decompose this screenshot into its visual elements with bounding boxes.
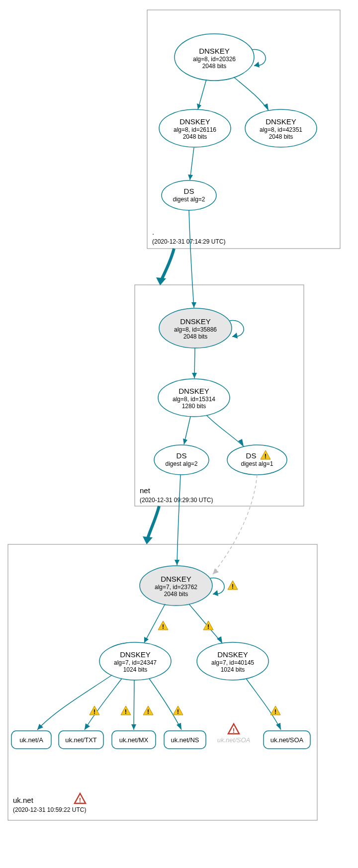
svg-point-4 <box>162 180 216 210</box>
edge-z1-mx <box>134 680 134 730</box>
svg-text:!: ! <box>207 623 209 630</box>
root-zsk2-label: DNSKEY <box>266 117 296 126</box>
uk-ksk-d2: 2048 bits <box>164 591 188 598</box>
uk-zsk1-label: DNSKEY <box>120 650 151 659</box>
uk-ksk-d1: alg=7, id=23762 <box>155 584 197 591</box>
root-zsk2-d1: alg=8, id=42351 <box>260 126 302 133</box>
zone-uknet-name: uk.net <box>13 796 34 804</box>
root-ds-d1: digest alg=2 <box>173 196 205 203</box>
node-net-ksk: DNSKEY alg=8, id=35886 2048 bits <box>159 308 232 348</box>
node-rr-txt: uk.net/TXT <box>59 731 103 749</box>
arrow-netds2-ukksk <box>213 568 219 574</box>
edge-netds1-ukksk <box>177 475 180 565</box>
svg-text:!: ! <box>265 452 267 460</box>
node-uk-zsk2: DNSKEY alg=7, id=40145 1024 bits <box>197 642 268 680</box>
edge-rootds-netksk <box>189 210 194 308</box>
edge-netds2-ukksk <box>213 475 257 574</box>
arrow-z1-mx <box>131 724 136 730</box>
warning-icon-z1-ns: ! <box>173 706 183 715</box>
zone-root-name: . <box>152 228 154 236</box>
rr-soa-label: uk.net/SOA <box>270 736 304 744</box>
net-zsk-d1: alg=8, id=15314 <box>173 396 215 403</box>
warning-icon-z1-mx2: ! <box>143 706 153 715</box>
svg-text:!: ! <box>93 708 95 715</box>
uk-zsk1-d2: 1024 bits <box>123 666 148 673</box>
zone-net-name: net <box>140 486 151 495</box>
zone-arrow-net-uknet <box>147 506 159 542</box>
rr-mx-label: uk.net/MX <box>119 736 149 744</box>
net-ksk-d2: 2048 bits <box>183 333 208 340</box>
error-icon-rr-soa-ghost: ! <box>228 724 239 734</box>
root-zsk2-d2: 2048 bits <box>269 133 293 140</box>
arrow-root-ksk-self <box>254 62 260 68</box>
node-root-zsk2: DNSKEY alg=8, id=42351 2048 bits <box>245 109 317 147</box>
node-rr-mx: uk.net/MX <box>112 731 156 749</box>
net-ds2-d1: digest alg=1 <box>241 460 273 467</box>
svg-text:!: ! <box>274 708 276 715</box>
net-ksk-d1: alg=8, id=35886 <box>174 326 217 333</box>
arrow-z1-ns <box>177 723 181 730</box>
edge-z2-soa <box>246 679 281 730</box>
arrow-z1-ds <box>188 174 193 180</box>
net-ds1-d1: digest alg=2 <box>165 460 197 467</box>
warning-icon-z1-mx: ! <box>121 706 131 715</box>
arrow-z1-txt <box>85 723 90 730</box>
net-zsk-d2: 1280 bits <box>182 403 206 410</box>
net-ds1-label: DS <box>177 451 187 460</box>
arrow-z2-soa <box>276 723 281 730</box>
zone-root-ts: (2020-12-31 07:14:29 UTC) <box>152 238 225 245</box>
svg-text:!: ! <box>232 583 234 590</box>
zone-arrowhead-net-uknet <box>143 536 153 544</box>
svg-text:!: ! <box>162 623 164 630</box>
node-net-ds1: DS digest alg=2 <box>154 445 209 475</box>
root-zsk1-d1: alg=8, id=26116 <box>174 126 216 133</box>
root-ksk-d1: alg=8, id=20326 <box>193 56 236 63</box>
zone-net-ts: (2020-12-31 09:29:30 UTC) <box>140 497 213 504</box>
node-uk-zsk1: DNSKEY alg=7, id=24347 1024 bits <box>99 642 171 680</box>
net-zsk-label: DNSKEY <box>179 387 209 395</box>
zone-arrowhead-root-net <box>156 277 166 285</box>
arrow-netds1-ukksk <box>175 560 179 565</box>
edge-z1-a <box>37 675 112 730</box>
node-rr-soa: uk.net/SOA <box>264 731 310 749</box>
uk-zsk2-d1: alg=7, id=40145 <box>211 659 254 666</box>
warning-icon-ukksk-z1: ! <box>158 621 168 630</box>
edge-z1-txt <box>85 679 122 730</box>
root-ksk-d2: 2048 bits <box>202 63 227 70</box>
warning-icon-z2-soa: ! <box>270 706 280 715</box>
error-icon-zone-uknet: ! <box>75 793 86 804</box>
svg-text:!: ! <box>147 708 149 715</box>
edge-rk-z2 <box>234 77 268 110</box>
edge-z1-ns <box>149 679 181 730</box>
arrow-netksk-netzsk <box>192 373 197 378</box>
svg-text:!: ! <box>125 708 127 715</box>
rr-txt-label: uk.net/TXT <box>65 736 97 744</box>
net-ds2-label: DS <box>246 451 257 460</box>
arrow-netzsk-ds1 <box>183 438 187 444</box>
rr-ns-label: uk.net/NS <box>171 736 199 744</box>
svg-text:!: ! <box>233 727 235 734</box>
uk-ksk-label: DNSKEY <box>161 575 191 583</box>
uk-zsk2-d2: 1024 bits <box>221 666 245 673</box>
edge-ukksk-z2 <box>189 604 222 643</box>
root-zsk1-label: DNSKEY <box>179 117 210 126</box>
node-root-ksk: DNSKEY alg=8, id=20326 2048 bits <box>175 34 254 81</box>
edge-netzsk-ds2 <box>206 415 244 446</box>
arrow-uk-ksk-self <box>213 590 218 596</box>
arrow-net-ksk-self <box>232 333 238 339</box>
arrow-rootds-netksk <box>191 302 196 308</box>
node-rr-a: uk.net/A <box>11 731 51 749</box>
svg-point-8 <box>227 445 287 475</box>
node-root-zsk1: DNSKEY alg=8, id=26116 2048 bits <box>159 109 231 147</box>
node-rr-ns: uk.net/NS <box>164 731 206 749</box>
uk-zsk1-d1: alg=7, id=24347 <box>114 659 157 666</box>
node-net-ds2: DS digest alg=1 <box>227 445 287 475</box>
root-zsk1-d2: 2048 bits <box>183 133 207 140</box>
node-root-ds: DS digest alg=2 <box>162 180 216 210</box>
uk-zsk2-label: DNSKEY <box>217 650 248 659</box>
net-ksk-label: DNSKEY <box>180 317 211 326</box>
zone-uknet-ts: (2020-12-31 10:59:22 UTC) <box>13 806 86 813</box>
zone-arrow-root-net <box>160 249 174 283</box>
rr-a-label: uk.net/A <box>19 736 43 744</box>
node-net-zsk: DNSKEY alg=8, id=15314 1280 bits <box>158 379 230 417</box>
